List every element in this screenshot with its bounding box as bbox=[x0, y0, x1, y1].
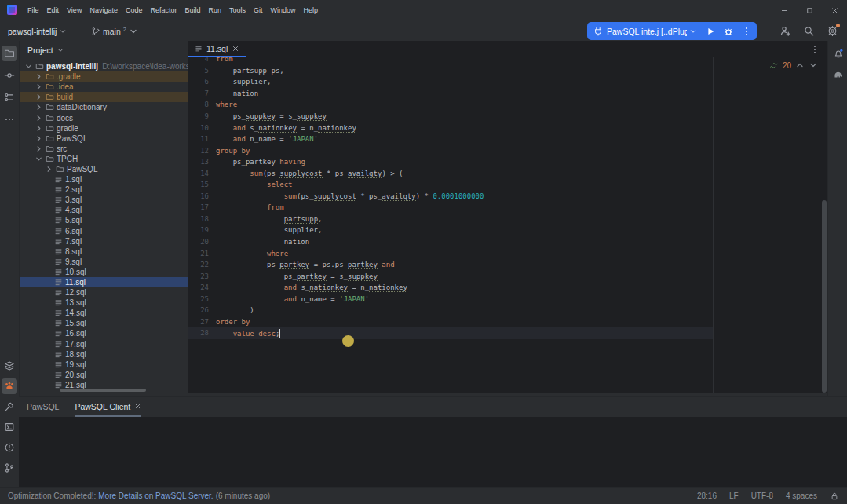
tool-window-button-problems[interactable] bbox=[2, 440, 17, 455]
tree-item-1.sql[interactable]: 1.sql bbox=[20, 174, 189, 184]
tree-item-20.sql[interactable]: 20.sql bbox=[20, 370, 189, 380]
gradle-button[interactable] bbox=[831, 67, 846, 82]
chevron-down-icon[interactable] bbox=[809, 60, 818, 70]
close-window-button[interactable] bbox=[822, 0, 847, 20]
tree-item-pawsql-intellij[interactable]: pawsql-intellijD:\workspace\idea-workspa… bbox=[20, 61, 189, 71]
tree-item-7.sql[interactable]: 7.sql bbox=[20, 236, 189, 247]
tab-options-button[interactable] bbox=[809, 43, 821, 56]
encoding-widget[interactable]: UTF-8 bbox=[751, 491, 773, 500]
bottom-tab-pawsql[interactable]: PawSQL bbox=[27, 397, 59, 417]
maximize-button[interactable] bbox=[797, 0, 822, 20]
code-line-21[interactable]: 21 where bbox=[188, 247, 827, 259]
chevron-down-icon[interactable] bbox=[689, 27, 697, 35]
code-line-11[interactable]: 11 and n_name = 'JAPAN' bbox=[188, 133, 827, 145]
code-line-16[interactable]: 16 sum(ps_supplycost * ps_availqty) * 0.… bbox=[188, 191, 827, 203]
menu-item-view[interactable]: View bbox=[63, 5, 86, 16]
tree-item-build[interactable]: build bbox=[20, 92, 189, 102]
tree-item-gradle[interactable]: gradle bbox=[20, 123, 189, 133]
menu-item-edit[interactable]: Edit bbox=[43, 5, 64, 16]
tree-item-pawsql[interactable]: PawSQL bbox=[20, 133, 189, 144]
search-everywhere-button[interactable] bbox=[797, 22, 820, 40]
tree-item-datadictionary[interactable]: dataDictionary bbox=[20, 102, 189, 112]
code-line-7[interactable]: 7 nation bbox=[188, 88, 827, 100]
tool-window-button-services[interactable] bbox=[2, 358, 17, 374]
notifications-button[interactable] bbox=[831, 46, 846, 61]
code-line-20[interactable]: 20 nation bbox=[188, 236, 827, 248]
more-run-options-button[interactable] bbox=[737, 22, 755, 40]
menu-item-build[interactable]: Build bbox=[181, 5, 204, 16]
run-button[interactable] bbox=[701, 22, 719, 40]
code-line-15[interactable]: 15 select bbox=[188, 179, 827, 191]
bottom-tab-pawsql-client[interactable]: PawSQL Client bbox=[75, 397, 141, 417]
tool-window-button-project[interactable] bbox=[2, 46, 17, 61]
code-line-4[interactable]: 4from bbox=[188, 57, 827, 65]
lock-open-icon[interactable] bbox=[830, 491, 839, 501]
code-line-25[interactable]: 25 and n_name = 'JAPAN' bbox=[188, 293, 827, 305]
status-message-link[interactable]: More Details on PawSQL Server. bbox=[98, 491, 213, 500]
debug-button[interactable] bbox=[719, 22, 737, 40]
tree-item-16.sql[interactable]: 16.sql bbox=[20, 328, 189, 338]
caret-position-widget[interactable]: 28:16 bbox=[697, 491, 717, 500]
code-line-19[interactable]: 19 supplier, bbox=[188, 225, 827, 236]
line-separator-widget[interactable]: LF bbox=[729, 491, 739, 500]
code-line-5[interactable]: 5 partsupp ps, bbox=[188, 65, 827, 77]
tool-window-button-commit[interactable] bbox=[2, 68, 17, 83]
code-line-17[interactable]: 17 from bbox=[188, 202, 827, 214]
project-panel-header[interactable]: Project bbox=[20, 41, 189, 55]
settings-button[interactable] bbox=[820, 22, 844, 40]
tree-item-4.sql[interactable]: 4.sql bbox=[20, 205, 189, 215]
code-line-10[interactable]: 10 and s_nationkey = n_nationkey bbox=[188, 122, 827, 133]
menu-item-git[interactable]: Git bbox=[250, 5, 267, 16]
code-line-27[interactable]: 27order by bbox=[188, 316, 827, 328]
tool-window-button-version-control[interactable] bbox=[2, 460, 17, 476]
tool-window-button-more-tool-windows[interactable] bbox=[2, 111, 17, 127]
tree-item-18.sql[interactable]: 18.sql bbox=[20, 349, 189, 360]
tree-item-14.sql[interactable]: 14.sql bbox=[20, 308, 189, 318]
tree-item-10.sql[interactable]: 10.sql bbox=[20, 267, 189, 277]
inspections-widget[interactable]: 20 bbox=[769, 60, 818, 70]
vertical-scrollbar[interactable] bbox=[822, 200, 827, 393]
tool-window-button-structure[interactable] bbox=[2, 89, 17, 105]
tree-item-tpch[interactable]: TPCH bbox=[20, 154, 189, 164]
tree-item-src[interactable]: src bbox=[20, 144, 189, 154]
tool-window-button-pawsql[interactable] bbox=[2, 378, 17, 394]
code-line-9[interactable]: 9 ps_suppkey = s_suppkey bbox=[188, 111, 827, 122]
menu-item-file[interactable]: File bbox=[24, 5, 43, 16]
close-tab-icon[interactable] bbox=[232, 45, 239, 53]
code-line-22[interactable]: 22 ps_partkey = ps.ps_partkey and bbox=[188, 259, 827, 271]
tree-item-6.sql[interactable]: 6.sql bbox=[20, 226, 189, 236]
menu-item-navigate[interactable]: Navigate bbox=[86, 5, 122, 16]
code-line-14[interactable]: 14 sum(ps_supplycost * ps_availqty) > ( bbox=[188, 167, 827, 179]
tree-item-15.sql[interactable]: 15.sql bbox=[20, 318, 189, 328]
tree-item-pawsql[interactable]: PawSQL bbox=[20, 164, 189, 174]
menu-item-run[interactable]: Run bbox=[204, 5, 225, 16]
code-with-me-button[interactable] bbox=[773, 22, 797, 40]
code-line-23[interactable]: 23 ps_partkey = s_suppkey bbox=[188, 270, 827, 282]
tree-item-9.sql[interactable]: 9.sql bbox=[20, 257, 189, 267]
tree-item-11.sql[interactable]: 11.sql bbox=[20, 277, 189, 287]
menu-item-help[interactable]: Help bbox=[300, 5, 323, 16]
code-line-28[interactable]: 28 value desc; bbox=[188, 327, 827, 339]
indent-widget[interactable]: 4 spaces bbox=[786, 491, 817, 500]
branch-widget[interactable]: main 2 bbox=[88, 24, 141, 38]
tree-item-2.sql[interactable]: 2.sql bbox=[20, 184, 189, 195]
tree-item-.gradle[interactable]: .gradle bbox=[20, 71, 189, 82]
tree-item-19.sql[interactable]: 19.sql bbox=[20, 360, 189, 370]
editor-tab-11sql[interactable]: 11.sql bbox=[188, 41, 246, 57]
pawsql-client-console[interactable] bbox=[19, 417, 847, 488]
code-line-13[interactable]: 13 ps_partkey having bbox=[188, 156, 827, 168]
tool-window-button-terminal[interactable] bbox=[2, 419, 17, 435]
chevron-up-icon[interactable] bbox=[795, 60, 805, 70]
menu-item-tools[interactable]: Tools bbox=[225, 5, 250, 16]
menu-item-refactor[interactable]: Refactor bbox=[146, 5, 181, 16]
menu-item-window[interactable]: Window bbox=[267, 5, 300, 16]
code-line-18[interactable]: 18 partsupp, bbox=[188, 214, 827, 225]
tree-item-8.sql[interactable]: 8.sql bbox=[20, 247, 189, 257]
minimize-button[interactable] bbox=[772, 0, 797, 20]
code-line-26[interactable]: 26 ) bbox=[188, 305, 827, 316]
tree-item-13.sql[interactable]: 13.sql bbox=[20, 298, 189, 308]
tree-item-17.sql[interactable]: 17.sql bbox=[20, 339, 189, 349]
tree-item-.idea[interactable]: .idea bbox=[20, 82, 189, 92]
menu-item-code[interactable]: Code bbox=[122, 5, 147, 16]
code-line-12[interactable]: 12group by bbox=[188, 144, 827, 156]
